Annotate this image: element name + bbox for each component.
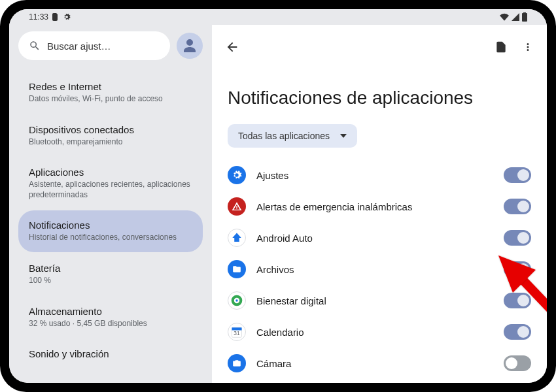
app-row-4[interactable]: Bienestar digital [225, 285, 534, 316]
wellbeing-icon [228, 291, 246, 310]
sidebar-item-sub: Bluetooth, emparejamiento [29, 137, 192, 148]
toggle-switch[interactable] [504, 324, 531, 340]
sidebar-item-title: Aplicaciones [29, 167, 192, 178]
search-page-icon[interactable] [495, 41, 508, 54]
sidebar-item-title: Almacenamiento [29, 306, 192, 317]
battery-icon [522, 12, 527, 22]
sidebar-item-3[interactable]: NotificacionesHistorial de notificacione… [18, 210, 203, 252]
sidebar-item-6[interactable]: Sonido y vibración [18, 339, 203, 370]
sidebar-item-title: Notificaciones [29, 220, 192, 231]
sidebar-item-1[interactable]: Dispositivos conectadosBluetooth, empare… [18, 115, 203, 157]
status-right [500, 12, 527, 22]
svg-text:31: 31 [234, 330, 240, 336]
search-input[interactable]: Buscar ajust… [18, 31, 170, 60]
search-row: Buscar ajust… [18, 31, 203, 60]
main-topbar [225, 33, 534, 61]
filter-dropdown[interactable]: Todas las aplicaciones [228, 124, 357, 148]
toggle-switch[interactable] [504, 167, 531, 183]
status-left: 11:33 [29, 12, 71, 22]
app-list: AjustesAlertas de emergencia inalámbrica… [225, 159, 534, 379]
main-panel[interactable]: Notificaciones de aplicaciones Todas las… [212, 25, 547, 383]
profile-avatar[interactable] [177, 33, 203, 59]
toggle-switch[interactable] [504, 293, 531, 308]
sidebar-item-sub: 32 % usado · 5,45 GB disponibles [29, 319, 192, 329]
toggle-switch[interactable] [504, 261, 531, 277]
sidebar-item-5[interactable]: Almacenamiento32 % usado · 5,45 GB dispo… [18, 297, 203, 338]
sidebar-item-2[interactable]: AplicacionesAsistente, aplicaciones reci… [18, 157, 203, 209]
calendar-icon: 31 [228, 323, 246, 341]
sidebar-item-0[interactable]: Redes e InternetDatos móviles, Wi-Fi, pu… [18, 72, 203, 114]
filter-label: Todas las aplicaciones [238, 131, 330, 141]
folder-icon [228, 260, 246, 278]
search-placeholder: Buscar ajust… [47, 41, 111, 52]
svg-point-2 [235, 299, 237, 301]
screen: 11:33 Buscar ajust… Redes e InternetD [9, 9, 547, 383]
status-bar: 11:33 [9, 9, 547, 25]
warning-icon [228, 197, 246, 216]
app-row-6[interactable]: Cámara [225, 348, 534, 379]
status-time: 11:33 [29, 12, 48, 22]
signal-icon [512, 13, 519, 21]
content-area: Buscar ajust… Redes e InternetDatos móvi… [9, 25, 547, 383]
sidebar-item-sub: Historial de notificaciones, conversacio… [29, 233, 192, 243]
sidebar-item-sub: Asistente, aplicaciones recientes, aplic… [29, 180, 192, 200]
app-row-1[interactable]: Alertas de emergencia inalámbricas [225, 191, 534, 222]
app-row-3[interactable]: Archivos [225, 253, 534, 285]
sidebar-item-title: Dispositivos conectados [29, 124, 192, 135]
toggle-switch[interactable] [504, 230, 531, 246]
back-icon[interactable] [225, 40, 239, 54]
sidebar-item-sub: Datos móviles, Wi-Fi, punto de acceso [29, 94, 192, 105]
page-title: Notificaciones de aplicaciones [228, 88, 534, 108]
wifi-icon [500, 13, 509, 21]
device-frame: 11:33 Buscar ajust… Redes e InternetD [0, 0, 556, 392]
sidebar-item-title: Sonido y vibración [29, 348, 192, 359]
sidebar-item-4[interactable]: Batería100 % [18, 253, 203, 295]
app-name: Ajustes [256, 170, 493, 181]
sim-icon [52, 13, 59, 21]
app-name: Archivos [256, 264, 493, 275]
app-name: Calendario [256, 327, 493, 338]
app-name: Cámara [256, 358, 493, 369]
sidebar-item-title: Batería [29, 263, 192, 274]
gear-icon [228, 166, 246, 184]
app-name: Bienestar digital [256, 295, 493, 306]
gear-status-icon [63, 13, 71, 21]
camera-icon [228, 354, 246, 372]
app-name: Android Auto [256, 233, 493, 244]
search-icon [29, 40, 41, 52]
sidebar-item-title: Redes e Internet [29, 81, 192, 92]
app-row-5[interactable]: 31Calendario [225, 316, 534, 348]
chevron-down-icon [340, 134, 347, 138]
app-row-2[interactable]: Android Auto [225, 222, 534, 253]
toggle-switch[interactable] [504, 199, 531, 214]
app-name: Alertas de emergencia inalámbricas [256, 201, 493, 212]
topbar-actions [495, 41, 534, 54]
more-icon[interactable] [522, 41, 534, 53]
settings-sidebar[interactable]: Buscar ajust… Redes e InternetDatos móvi… [9, 25, 212, 383]
sidebar-item-sub: 100 % [29, 276, 192, 286]
toggle-switch[interactable] [504, 355, 531, 371]
auto-icon [228, 229, 246, 247]
app-row-0[interactable]: Ajustes [225, 159, 534, 191]
